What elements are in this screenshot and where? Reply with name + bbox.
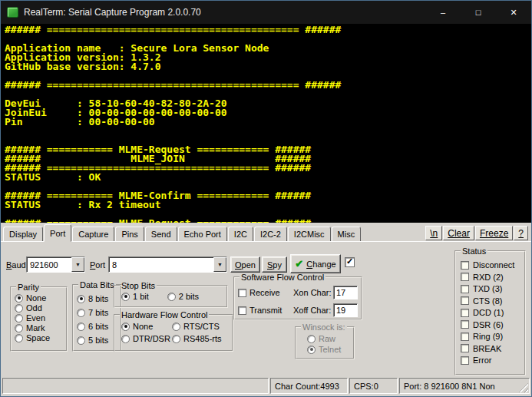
terminal-display[interactable]: ###### =================================… bbox=[1, 24, 531, 223]
status-item-label: Error bbox=[473, 356, 491, 365]
status-item-label: DSR (6) bbox=[473, 320, 504, 329]
radio-indicator bbox=[172, 323, 180, 331]
status-legend: Status bbox=[461, 246, 487, 256]
xoff-char-label: Xoff Char: bbox=[293, 306, 333, 315]
status-item-rxd: RXD (2) bbox=[461, 273, 521, 282]
led-indicator bbox=[461, 320, 469, 329]
option-label: 7 bits bbox=[88, 308, 108, 317]
status-item-break: BREAK bbox=[461, 344, 521, 353]
minimize-icon[interactable]: – bbox=[425, 1, 461, 24]
help-button[interactable]: ? bbox=[514, 226, 528, 240]
winsock-raw-radio[interactable]: Raw bbox=[307, 334, 350, 343]
spy-button[interactable]: Spy bbox=[262, 256, 287, 273]
led-indicator bbox=[461, 332, 469, 341]
winsock-legend: Winsock is: bbox=[301, 323, 347, 332]
stop-bits-legend: Stop Bits bbox=[120, 281, 157, 290]
tab-port[interactable]: Port bbox=[44, 224, 71, 242]
stop-bits-1-radio[interactable]: 1 bit bbox=[121, 292, 149, 301]
radio-indicator bbox=[15, 294, 23, 303]
xon-char-input[interactable] bbox=[333, 286, 358, 299]
parity-space-radio[interactable]: Space bbox=[15, 333, 63, 342]
tab-pins[interactable]: Pins bbox=[115, 227, 144, 241]
status-bar: Char Count:4993 CPS:0 Port: 8 921600 8N1… bbox=[1, 376, 531, 396]
option-label: RS485-rts bbox=[183, 334, 222, 343]
freeze-button[interactable]: Freeze bbox=[475, 226, 513, 240]
tab-i2c[interactable]: I2C bbox=[228, 227, 253, 241]
baud-label: Baud bbox=[6, 260, 26, 270]
tab-misc[interactable]: Misc bbox=[332, 227, 362, 241]
baud-select[interactable]: 921600 ▼ bbox=[26, 256, 85, 273]
receive-checkbox[interactable]: Receive bbox=[238, 288, 293, 297]
port-info-text: Port: 8 921600 8N1 Non bbox=[404, 382, 495, 391]
hardware-flow-legend: Hardware Flow Control bbox=[120, 310, 209, 319]
tab-bar: Display Port Capture Pins Send Echo Port… bbox=[1, 223, 531, 241]
port-info: Port: 8 921600 8N1 Non bbox=[399, 378, 530, 394]
radio-indicator bbox=[77, 323, 85, 331]
winsock-options: Raw Telnet bbox=[299, 334, 350, 354]
cps-counter: CPS:0 bbox=[349, 378, 398, 394]
close-icon[interactable]: ✕ bbox=[496, 1, 531, 24]
hw-flow-rs485-radio[interactable]: RS485-rts bbox=[172, 334, 229, 343]
hw-flow-none-radio[interactable]: None bbox=[121, 322, 172, 331]
hw-flow-rtscts-radio[interactable]: RTS/CTS bbox=[172, 322, 229, 331]
tab-echo-port[interactable]: Echo Port bbox=[178, 227, 227, 241]
status-item-label: TXD (3) bbox=[473, 284, 503, 293]
baud-dropdown-icon[interactable]: ▼ bbox=[71, 257, 84, 272]
data-bits-8-radio[interactable]: 8 bits bbox=[77, 294, 117, 303]
change-button-label: Change bbox=[306, 260, 336, 269]
tab-i2cmisc[interactable]: I2CMisc bbox=[288, 227, 331, 241]
maximize-icon[interactable]: □ bbox=[461, 1, 496, 24]
option-label: None bbox=[26, 293, 46, 303]
open-button[interactable]: Open bbox=[230, 256, 260, 273]
parity-even-radio[interactable]: Even bbox=[15, 313, 63, 323]
change-button[interactable]: ✔ Change bbox=[290, 254, 341, 273]
resize-grip[interactable] bbox=[519, 383, 528, 392]
newline-button[interactable]: \n bbox=[425, 226, 442, 240]
radio-indicator bbox=[121, 323, 130, 331]
status-item-label: RXD (2) bbox=[473, 273, 504, 282]
parity-group: Parity None Odd Even Mark Space bbox=[10, 283, 68, 352]
winsock-telnet-radio[interactable]: Telnet bbox=[307, 345, 350, 354]
xon-char-label: Xon Char: bbox=[293, 288, 333, 297]
radio-indicator bbox=[307, 335, 316, 343]
status-item-label: Ring (9) bbox=[473, 332, 503, 341]
app-icon bbox=[7, 7, 18, 18]
status-item-label: Disconnect bbox=[473, 260, 514, 270]
clear-button[interactable]: Clear bbox=[443, 226, 474, 240]
title-bar[interactable]: RealTerm: Serial Capture Program 2.0.0.7… bbox=[1, 1, 531, 24]
statusbar-empty-cell bbox=[2, 378, 269, 394]
data-bits-7-radio[interactable]: 7 bits bbox=[77, 308, 117, 317]
parity-odd-radio[interactable]: Odd bbox=[15, 303, 63, 313]
stop-bits-2-radio[interactable]: 2 bits bbox=[167, 292, 199, 301]
parity-none-radio[interactable]: None bbox=[15, 293, 63, 303]
option-label: Even bbox=[26, 313, 45, 323]
port-dropdown-icon[interactable]: ▼ bbox=[213, 257, 226, 272]
tab-send[interactable]: Send bbox=[145, 227, 177, 241]
status-item-label: BREAK bbox=[473, 344, 501, 353]
data-bits-5-radio[interactable]: 5 bits bbox=[77, 336, 117, 345]
software-flow-group: Software Flow Control Receive Xon Char: … bbox=[233, 273, 362, 320]
led-indicator bbox=[461, 344, 469, 352]
xoff-char-input[interactable] bbox=[333, 303, 358, 317]
port-open-checkbox[interactable] bbox=[345, 257, 355, 267]
tab-capture[interactable]: Capture bbox=[72, 227, 114, 241]
status-item-cts: CTS (8) bbox=[461, 296, 521, 306]
option-label: RTS/CTS bbox=[183, 322, 220, 331]
software-flow-row: Transmit Xoff Char: bbox=[238, 303, 358, 317]
led-indicator bbox=[461, 309, 469, 317]
parity-mark-radio[interactable]: Mark bbox=[15, 323, 63, 332]
tab-i2c-2[interactable]: I2C-2 bbox=[254, 227, 287, 241]
option-label: Raw bbox=[319, 334, 335, 343]
terminal-output: ###### =================================… bbox=[5, 25, 531, 223]
transmit-checkbox[interactable]: Transmit bbox=[238, 306, 293, 315]
hardware-flow-options: None RTS/CTS DTR/DSR RS485-rts bbox=[118, 320, 229, 343]
option-label: 8 bits bbox=[88, 294, 108, 303]
port-select[interactable]: 8 ▼ bbox=[108, 256, 227, 273]
tab-display[interactable]: Display bbox=[3, 227, 43, 241]
status-item-label: CTS (8) bbox=[473, 296, 503, 306]
hw-flow-dtrdsr-radio[interactable]: DTR/DSR bbox=[121, 334, 172, 343]
status-item-error: Error bbox=[461, 356, 521, 365]
stop-bits-group: Stop Bits 1 bit 2 bits bbox=[114, 281, 228, 308]
data-bits-6-radio[interactable]: 6 bits bbox=[77, 322, 117, 331]
option-label: Space bbox=[26, 333, 50, 342]
